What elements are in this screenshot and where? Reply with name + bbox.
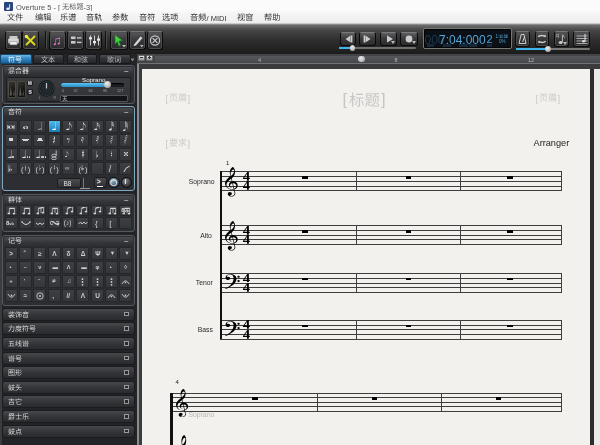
svg-text:q: q: [556, 32, 559, 38]
